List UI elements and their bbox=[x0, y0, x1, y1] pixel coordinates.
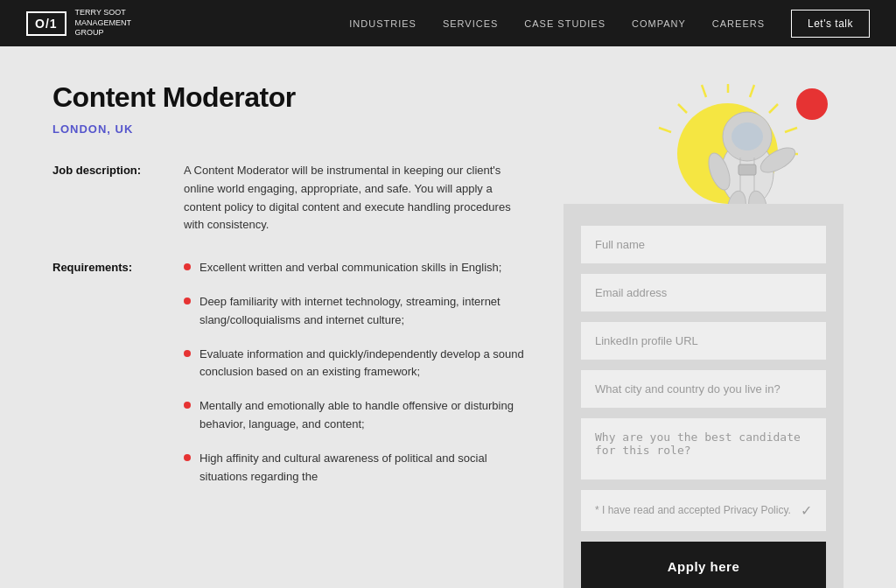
left-panel: Content Moderator LONDON, UK Job descrip… bbox=[52, 81, 528, 588]
astronaut-decoration bbox=[564, 81, 844, 221]
requirement-text: Deep familiarity with internet technolog… bbox=[200, 293, 528, 330]
astronaut-svg bbox=[695, 94, 800, 221]
svg-line-6 bbox=[678, 104, 687, 113]
logo-text: O/1 bbox=[35, 17, 58, 31]
lets-talk-button[interactable]: Let's talk bbox=[791, 10, 870, 38]
candidate-textarea[interactable] bbox=[581, 418, 826, 480]
logo-box: O/1 bbox=[26, 11, 66, 36]
nav-case-studies[interactable]: CASE STUDIES bbox=[524, 18, 606, 29]
company-name: TERRY SOOT MANAGEMENT GROUP bbox=[75, 8, 132, 38]
privacy-text: * I have read and accepted Privacy Polic… bbox=[595, 503, 791, 518]
list-item: Deep familiarity with internet technolog… bbox=[184, 293, 528, 330]
bullet-icon bbox=[184, 350, 191, 357]
logo-area: O/1 TERRY SOOT MANAGEMENT GROUP bbox=[26, 8, 131, 38]
requirements-content: Excellent written and verbal communicati… bbox=[184, 259, 528, 501]
requirement-text: Evaluate information and quickly/indepen… bbox=[200, 346, 528, 382]
bullet-icon bbox=[184, 454, 191, 461]
site-header: O/1 TERRY SOOT MANAGEMENT GROUP INDUSTRI… bbox=[0, 0, 896, 46]
bullet-icon bbox=[184, 263, 191, 270]
job-description-section: Job description: A Content Moderator wil… bbox=[52, 162, 528, 234]
requirements-list: Excellent written and verbal communicati… bbox=[184, 259, 528, 486]
privacy-row[interactable]: * I have read and accepted Privacy Polic… bbox=[581, 490, 826, 531]
full-name-input[interactable] bbox=[581, 226, 826, 263]
red-circle bbox=[796, 88, 828, 120]
job-location: LONDON, UK bbox=[52, 122, 528, 136]
nav-careers[interactable]: CAREERS bbox=[712, 18, 765, 29]
list-item: Mentally and emotionally able to handle … bbox=[184, 397, 528, 434]
nav-services[interactable]: SERVICES bbox=[443, 18, 498, 29]
bullet-icon bbox=[184, 298, 191, 304]
linkedin-input[interactable] bbox=[581, 322, 826, 360]
list-item: Excellent written and verbal communicati… bbox=[184, 259, 528, 277]
checkmark-icon: ✓ bbox=[801, 502, 812, 519]
nav-company[interactable]: COMPANY bbox=[632, 18, 686, 29]
main-nav: INDUSTRIES SERVICES CASE STUDIES COMPANY… bbox=[349, 10, 870, 38]
list-item: Evaluate information and quickly/indepen… bbox=[184, 346, 528, 382]
requirements-section: Requirements: Excellent written and verb… bbox=[52, 259, 528, 501]
description-label: Job description: bbox=[52, 162, 166, 234]
right-panel: * I have read and accepted Privacy Polic… bbox=[564, 81, 844, 588]
nav-industries[interactable]: INDUSTRIES bbox=[349, 18, 416, 29]
city-input[interactable] bbox=[581, 370, 826, 408]
bullet-icon bbox=[184, 402, 191, 409]
requirement-text: High affinity and cultural awareness of … bbox=[200, 450, 528, 486]
main-content: Content Moderator LONDON, UK Job descrip… bbox=[0, 46, 896, 588]
svg-rect-17 bbox=[738, 164, 756, 175]
requirement-text: Excellent written and verbal communicati… bbox=[200, 259, 501, 277]
requirement-text: Mentally and emotionally able to handle … bbox=[200, 397, 528, 434]
email-input[interactable] bbox=[581, 274, 826, 312]
job-title: Content Moderator bbox=[52, 81, 528, 114]
apply-button[interactable]: Apply here bbox=[581, 542, 826, 588]
description-text: A Content Moderator will be instrumental… bbox=[184, 162, 528, 234]
svg-point-10 bbox=[732, 122, 763, 150]
svg-line-7 bbox=[659, 128, 671, 132]
application-form: * I have read and accepted Privacy Polic… bbox=[564, 204, 844, 588]
list-item: High affinity and cultural awareness of … bbox=[184, 450, 528, 486]
requirements-label: Requirements: bbox=[52, 259, 166, 501]
